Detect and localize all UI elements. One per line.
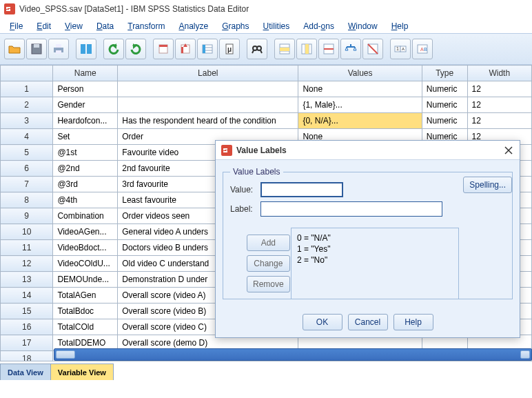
cell-name[interactable]: TotalCOld (53, 319, 118, 335)
menu-utilities[interactable]: Utilities (256, 20, 297, 32)
open-button[interactable] (4, 39, 25, 59)
tab-data-view[interactable]: Data View (0, 364, 51, 380)
horizontal-scrollbar[interactable] (54, 348, 532, 361)
cell-name[interactable]: @3rd (53, 177, 118, 192)
header-name[interactable]: Name (53, 66, 118, 81)
row-header[interactable]: 4 (1, 129, 53, 145)
cell-name[interactable]: @1st (53, 145, 118, 161)
menu-analyze[interactable]: Analyze (172, 20, 215, 32)
goto-variable-button[interactable] (175, 39, 196, 59)
cell-name[interactable]: Gender (53, 97, 118, 113)
scrollbar-thumb[interactable] (56, 350, 75, 359)
value-label-item[interactable]: 1 = "Yes" (297, 243, 453, 255)
menu-edit[interactable]: Edit (30, 20, 58, 32)
row-header[interactable]: 8 (1, 192, 53, 208)
value-label-item[interactable]: 0 = "N/A" (297, 232, 453, 243)
scrollbar-right-arrow[interactable] (520, 350, 530, 359)
tab-variable-view[interactable]: Variable View (50, 364, 114, 380)
cell-width[interactable]: 12 (467, 113, 531, 129)
undo-button[interactable] (103, 39, 124, 59)
row-header[interactable]: 17 (1, 335, 53, 351)
row-header[interactable]: 16 (1, 319, 53, 335)
cell-name[interactable]: @4th (53, 192, 118, 208)
save-button[interactable] (26, 39, 47, 59)
cell-label[interactable]: Has the respondent heard of the conditio… (118, 113, 298, 129)
cell-type[interactable]: Numeric (422, 113, 467, 129)
cell-width[interactable]: 12 (467, 97, 531, 113)
row-header[interactable]: 6 (1, 161, 53, 177)
cell-name[interactable]: VideoCOldU... (53, 256, 118, 272)
row-header[interactable]: 14 (1, 288, 53, 304)
menu-data[interactable]: Data (90, 20, 121, 32)
remove-button[interactable]: Remove (247, 276, 290, 292)
row-header[interactable]: 1 (1, 81, 53, 97)
find-button[interactable] (247, 39, 267, 59)
dialog-close-button[interactable] (503, 145, 514, 156)
dialog-titlebar[interactable]: Value Labels (216, 141, 520, 160)
ok-button[interactable]: OK (303, 314, 342, 330)
change-button[interactable]: Change (247, 255, 290, 272)
menu-transform[interactable]: Transform (121, 20, 172, 32)
menu-file[interactable]: File (3, 20, 30, 32)
select-cases-button[interactable] (362, 39, 383, 59)
cell-name[interactable]: Heardofcon... (53, 113, 118, 129)
menu-help[interactable]: Help (385, 20, 416, 32)
row-header[interactable]: 18 (1, 351, 53, 361)
value-labels-list[interactable]: 0 = "N/A"1 = "Yes"2 = "No" (291, 228, 459, 299)
row-header[interactable]: 2 (1, 97, 53, 113)
add-button[interactable]: Add (247, 235, 290, 251)
print-button[interactable] (48, 39, 69, 59)
header-values[interactable]: Values (298, 66, 422, 81)
cell-name[interactable]: Combination (53, 208, 118, 224)
row-header[interactable]: 15 (1, 304, 53, 319)
cell-values[interactable]: {0, N/A}... (298, 113, 422, 129)
cell-name[interactable]: TotalAGen (53, 288, 118, 304)
run-button[interactable]: μ (219, 39, 240, 59)
header-type[interactable]: Type (422, 66, 467, 81)
menu-addons[interactable]: Add-ons (296, 20, 341, 32)
row-header[interactable]: 5 (1, 145, 53, 161)
cell-values[interactable]: {1, Male}... (298, 97, 422, 113)
menu-window[interactable]: Window (341, 20, 385, 32)
menu-graphs[interactable]: Graphs (215, 20, 256, 32)
recall-dialog-button[interactable] (76, 39, 96, 59)
cell-name[interactable]: Set (53, 129, 118, 145)
cell-name[interactable]: TotalBdoc (53, 304, 118, 319)
cell-width[interactable]: 12 (467, 81, 531, 97)
header-width[interactable]: Width (467, 66, 531, 81)
cell-type[interactable]: Numeric (422, 97, 467, 113)
row-header[interactable]: 10 (1, 224, 53, 240)
insert-cases-button[interactable] (274, 39, 295, 59)
goto-case-button[interactable] (153, 39, 174, 59)
variables-button[interactable] (197, 39, 218, 59)
cell-type[interactable]: Numeric (422, 81, 467, 97)
value-labels-button[interactable]: 1A (390, 39, 411, 59)
cell-name[interactable]: VideoAGen... (53, 224, 118, 240)
row-header[interactable]: 9 (1, 208, 53, 224)
cell-name[interactable]: VideoBdoct... (53, 240, 118, 256)
help-button[interactable]: Help (393, 314, 433, 330)
header-label[interactable]: Label (118, 66, 298, 81)
row-header[interactable]: 3 (1, 113, 53, 129)
label-input[interactable] (260, 201, 442, 217)
row-header[interactable]: 12 (1, 256, 53, 272)
row-header[interactable]: 13 (1, 272, 53, 288)
menu-view[interactable]: View (58, 20, 90, 32)
cell-name[interactable]: @2nd (53, 161, 118, 177)
cancel-button[interactable]: Cancel (348, 314, 388, 330)
redo-button[interactable] (125, 39, 146, 59)
value-label-item[interactable]: 2 = "No" (297, 255, 453, 266)
row-header[interactable]: 7 (1, 177, 53, 192)
use-sets-button[interactable]: AB (412, 39, 433, 59)
spelling-button[interactable]: Spelling... (463, 177, 512, 193)
cell-values[interactable]: None (298, 81, 422, 97)
split-file-button[interactable] (318, 39, 339, 59)
cell-label[interactable] (118, 97, 298, 113)
cell-name[interactable]: DEMOUnde... (53, 272, 118, 288)
cell-name[interactable]: Person (53, 81, 118, 97)
insert-variable-button[interactable] (296, 39, 317, 59)
row-header[interactable]: 11 (1, 240, 53, 256)
value-input[interactable] (260, 182, 343, 197)
weight-cases-button[interactable] (340, 39, 361, 59)
cell-label[interactable] (118, 81, 298, 97)
